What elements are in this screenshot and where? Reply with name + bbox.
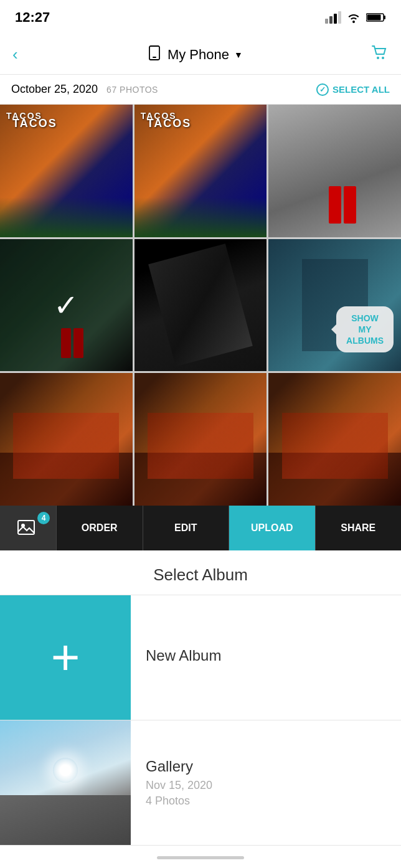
photos-icon bbox=[17, 517, 39, 539]
status-bar: 12:27 bbox=[0, 0, 401, 35]
photo-grid: TACOS TACOS ✓ SHOWMYALBUMS bbox=[0, 105, 401, 506]
select-all-button[interactable]: ✓ SELECT ALL bbox=[316, 83, 390, 96]
toolbar-actions: ORDER EDIT UPLOAD SHARE bbox=[56, 506, 401, 550]
cart-button[interactable] bbox=[371, 44, 389, 65]
select-album-title: Select Album bbox=[0, 565, 401, 585]
source-title: My Phone bbox=[167, 47, 229, 63]
photo-cell[interactable] bbox=[0, 373, 133, 506]
svg-point-6 bbox=[382, 57, 384, 59]
edit-button[interactable]: EDIT bbox=[143, 506, 229, 550]
new-album-thumb: + bbox=[0, 595, 131, 720]
photo-cell[interactable]: TACOS bbox=[134, 105, 267, 237]
photo-cell[interactable] bbox=[268, 105, 401, 237]
svg-rect-2 bbox=[367, 15, 381, 21]
new-album-item[interactable]: + New Album bbox=[0, 595, 401, 720]
home-bar bbox=[157, 856, 244, 859]
photos-selected-button[interactable]: 4 bbox=[0, 506, 56, 550]
ground-element bbox=[0, 795, 131, 845]
gallery-album-date: Nov 15, 2020 bbox=[146, 779, 386, 792]
photo-check-overlay: ✓ bbox=[0, 239, 133, 372]
selected-count-badge: 4 bbox=[37, 512, 50, 524]
date-bar: October 25, 2020 67 PHOTOS ✓ SELECT ALL bbox=[0, 75, 401, 105]
battery-icon bbox=[366, 12, 386, 23]
gallery-album-count: 4 Photos bbox=[146, 795, 386, 808]
upload-button[interactable]: UPLOAD bbox=[229, 506, 315, 550]
photo-cell[interactable]: ✓ bbox=[0, 239, 133, 372]
header-title: My Phone ▼ bbox=[146, 45, 243, 65]
sun-element bbox=[53, 758, 78, 783]
new-album-info: New Album bbox=[131, 647, 401, 668]
check-mark: ✓ bbox=[54, 288, 78, 323]
gallery-album-info: Gallery Nov 15, 2020 4 Photos bbox=[131, 758, 401, 808]
bottom-toolbar: 4 ORDER EDIT UPLOAD SHARE bbox=[0, 506, 401, 550]
source-chevron[interactable]: ▼ bbox=[234, 50, 243, 60]
signal-icon bbox=[325, 11, 341, 24]
photo-cell[interactable]: TACOS bbox=[0, 105, 133, 237]
photo-date: October 25, 2020 bbox=[11, 83, 98, 96]
status-icons bbox=[325, 11, 386, 24]
back-button[interactable]: ‹ bbox=[12, 45, 18, 64]
gallery-album-thumb bbox=[0, 720, 131, 845]
select-all-circle: ✓ bbox=[316, 83, 329, 96]
order-button[interactable]: ORDER bbox=[56, 506, 143, 550]
photo-cell[interactable]: SHOWMYALBUMS bbox=[268, 239, 401, 372]
new-album-name: New Album bbox=[146, 647, 386, 664]
phone-icon bbox=[146, 45, 163, 65]
select-all-label: SELECT ALL bbox=[333, 84, 390, 95]
gallery-album-name: Gallery bbox=[146, 758, 386, 775]
gallery-album-item[interactable]: Gallery Nov 15, 2020 4 Photos bbox=[0, 720, 401, 846]
home-indicator bbox=[0, 847, 401, 868]
wifi-icon bbox=[346, 12, 361, 23]
photo-cell[interactable] bbox=[268, 373, 401, 506]
select-album-section: Select Album + New Album Gallery Nov 15,… bbox=[0, 550, 401, 846]
photos-count: 67 PHOTOS bbox=[106, 85, 158, 95]
photo-cell[interactable] bbox=[134, 239, 267, 372]
svg-rect-7 bbox=[18, 521, 34, 534]
status-time: 12:27 bbox=[15, 9, 50, 26]
svg-rect-1 bbox=[384, 16, 385, 19]
share-button[interactable]: SHARE bbox=[315, 506, 402, 550]
svg-rect-4 bbox=[153, 57, 156, 58]
photo-cell[interactable] bbox=[134, 373, 267, 506]
svg-point-5 bbox=[377, 57, 379, 59]
app-header: ‹ My Phone ▼ bbox=[0, 35, 401, 75]
show-albums-bubble[interactable]: SHOWMYALBUMS bbox=[336, 306, 394, 353]
